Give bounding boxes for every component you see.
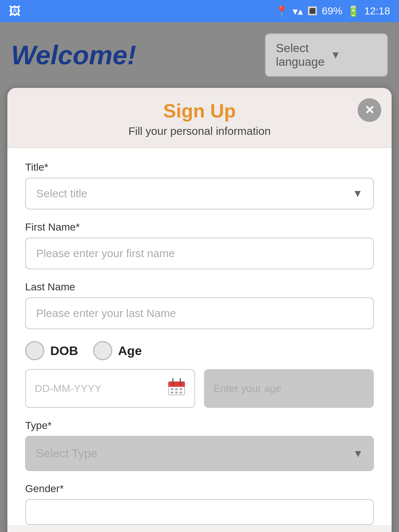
- last-name-label: Last Name: [25, 281, 374, 293]
- calendar-icon: [168, 378, 185, 399]
- age-radio-group[interactable]: Age: [93, 341, 142, 360]
- last-name-input[interactable]: [25, 297, 374, 329]
- svg-rect-10: [180, 392, 182, 393]
- dob-input-row: DD-MM-YYYY: [25, 369, 374, 408]
- type-field-group: Type* Select Type ▼: [25, 420, 374, 471]
- svg-rect-8: [171, 392, 173, 393]
- svg-rect-2: [168, 385, 185, 387]
- form-header: Sign Up Fill your personal information ✕: [7, 88, 392, 148]
- age-input[interactable]: Enter your age: [204, 369, 374, 408]
- status-left: 🖼: [9, 4, 21, 18]
- type-placeholder: Select Type: [36, 447, 98, 460]
- dob-placeholder: DD-MM-YYYY: [35, 383, 101, 395]
- dob-age-radio-row: DOB Age: [25, 341, 374, 360]
- wifi-icon: ▾▴: [293, 5, 303, 17]
- gender-label: Gender*: [25, 483, 374, 495]
- form-subtitle: Fill your personal information: [22, 125, 377, 137]
- close-icon: ✕: [365, 103, 375, 117]
- signal-icon: 🔳: [307, 6, 317, 16]
- title-label: Title*: [25, 161, 374, 173]
- svg-rect-7: [180, 388, 182, 390]
- title-dropdown[interactable]: Select title ▼: [25, 178, 374, 209]
- type-dropdown[interactable]: Select Type ▼: [25, 436, 374, 471]
- location-icon: 📍: [275, 5, 288, 17]
- first-name-label: First Name*: [25, 221, 374, 233]
- type-label: Type*: [25, 420, 374, 432]
- type-dropdown-arrow: ▼: [353, 448, 363, 460]
- svg-rect-9: [175, 392, 178, 393]
- welcome-heading: Welcome!: [11, 40, 136, 70]
- language-select-dropdown[interactable]: Select language ▼: [265, 33, 388, 77]
- status-bar: 🖼 📍 ▾▴ 🔳 69% 🔋 12:18: [0, 0, 399, 22]
- title-field-group: Title* Select title ▼: [25, 161, 374, 209]
- language-dropdown-arrow: ▼: [330, 49, 377, 61]
- photo-icon: 🖼: [9, 4, 21, 18]
- last-name-field-group: Last Name: [25, 281, 374, 329]
- language-select-label: Select language: [276, 41, 325, 69]
- battery-percent: 69%: [322, 5, 342, 17]
- status-right: 📍 ▾▴ 🔳 69% 🔋 12:18: [275, 5, 390, 17]
- svg-rect-6: [175, 388, 178, 390]
- gender-field-group: Gender*: [25, 483, 374, 525]
- battery-icon: 🔋: [347, 5, 360, 17]
- first-name-input[interactable]: [25, 238, 374, 269]
- title-dropdown-arrow: ▼: [352, 188, 363, 200]
- dob-date-input[interactable]: DD-MM-YYYY: [25, 369, 195, 408]
- form-title: Sign Up: [22, 100, 377, 122]
- svg-rect-5: [171, 388, 173, 390]
- age-placeholder: Enter your age: [214, 383, 282, 395]
- close-button[interactable]: ✕: [358, 98, 381, 122]
- dob-radio-group[interactable]: DOB: [25, 341, 78, 360]
- title-placeholder: Select title: [36, 187, 87, 200]
- main-content: Welcome! Select language ▼ Sign Up Fill …: [0, 22, 399, 532]
- header-row: Welcome! Select language ▼: [7, 33, 392, 77]
- dob-radio-label: DOB: [50, 344, 78, 358]
- dob-radio-button[interactable]: [25, 341, 44, 360]
- age-radio-button[interactable]: [93, 341, 112, 360]
- form-body: Title* Select title ▼ First Name* Last N…: [7, 148, 392, 525]
- first-name-field-group: First Name*: [25, 221, 374, 269]
- time-display: 12:18: [364, 5, 390, 17]
- age-radio-label: Age: [118, 344, 142, 358]
- signup-form-card: Sign Up Fill your personal information ✕…: [7, 88, 392, 532]
- gender-input[interactable]: [25, 499, 374, 525]
